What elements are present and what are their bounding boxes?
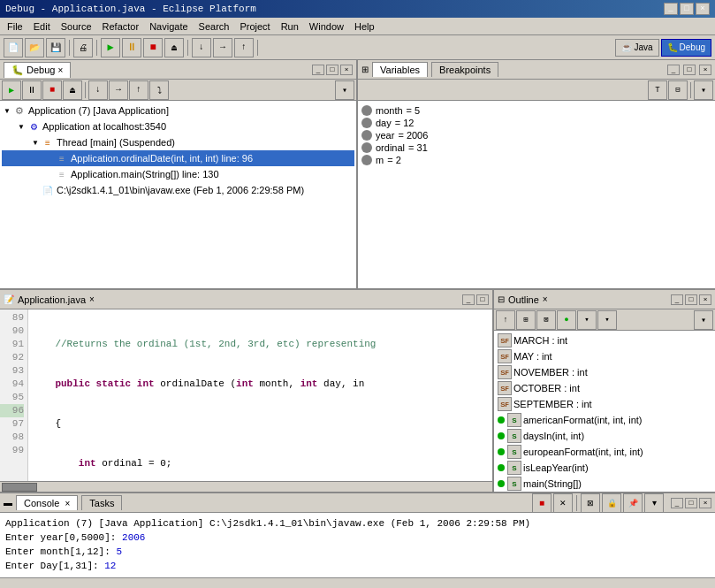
menu-file[interactable]: File <box>2 19 28 34</box>
code-tab-close[interactable]: × <box>89 294 95 304</box>
outline-item-isleapyear[interactable]: S isLeapYear(int) <box>496 460 713 476</box>
remove-console-btn[interactable]: ✕ <box>553 493 573 513</box>
outline-btn6[interactable]: ▾ <box>597 310 617 330</box>
console-tab[interactable]: Console × <box>16 495 78 510</box>
clear-console-btn[interactable]: ⊠ <box>581 493 600 513</box>
outline-item-november[interactable]: SF NOVEMBER : int <box>496 364 713 380</box>
debug-panel-close[interactable]: × <box>340 65 353 75</box>
tree-item-thread[interactable]: ▼ ≡ Thread [main] (Suspended) <box>2 134 354 150</box>
outline-item-europeanformat[interactable]: S europeanFormat(int, int, int) <box>496 444 713 460</box>
debug-panel-minimize[interactable]: _ <box>312 65 324 75</box>
outline-panel-close[interactable]: × <box>699 294 711 305</box>
console-panel-minimize[interactable]: _ <box>671 498 683 508</box>
disconnect-button[interactable]: ⏏ <box>164 38 184 57</box>
menu-window[interactable]: Window <box>304 19 349 34</box>
show-types-btn[interactable]: T <box>648 80 667 100</box>
outline-item-march[interactable]: SF MARCH : int <box>496 332 713 348</box>
menu-search[interactable]: Search <box>194 19 235 34</box>
code-panel-maximize[interactable]: □ <box>476 294 489 305</box>
resume-debug-btn[interactable]: ▶ <box>2 80 21 100</box>
suspend-button[interactable]: ⏸ <box>122 38 141 57</box>
outline-item-main[interactable]: S main(String[]) <box>496 476 713 492</box>
console-menu-btn[interactable]: ▾ <box>644 493 664 513</box>
stepinto-debug-btn[interactable]: ↓ <box>88 80 108 100</box>
outline-tab-close[interactable]: × <box>543 294 548 304</box>
disconnect-debug-btn[interactable]: ⏏ <box>63 80 82 100</box>
outline-item-americanformat[interactable]: S americanFormat(int, int, int) <box>496 412 713 428</box>
resume-button[interactable]: ▶ <box>101 38 120 57</box>
terminate-console-btn[interactable]: ■ <box>532 493 551 513</box>
open-button[interactable]: 📂 <box>25 38 44 57</box>
tree-arrow-localhost[interactable]: ▼ <box>16 121 27 132</box>
collapse-all-btn[interactable]: ⊟ <box>668 80 688 100</box>
menu-source[interactable]: Source <box>56 19 97 34</box>
menu-refactor[interactable]: Refactor <box>97 19 145 34</box>
console-output[interactable]: Application (7) [Java Application] C:\j2… <box>0 513 715 577</box>
outline-btn3[interactable]: ⊠ <box>536 310 556 330</box>
debug-tab-close[interactable]: × <box>57 65 63 75</box>
close-button[interactable]: × <box>696 3 710 15</box>
scroll-lock-btn[interactable]: 🔒 <box>602 493 621 513</box>
var-month[interactable]: month = 5 <box>361 104 711 117</box>
console-scrollbar-h[interactable] <box>0 577 715 588</box>
tree-item-app7[interactable]: ▼ ⚙ Application (7) [Java Application] <box>2 103 354 118</box>
tree-item-localhost[interactable]: ▼ ⚙ Application at localhost:3540 <box>2 118 354 134</box>
code-editor[interactable]: //Returns the ordinal (1st, 2nd, 3rd, et… <box>28 309 492 481</box>
console-panel-close[interactable]: × <box>699 498 711 508</box>
terminate-button[interactable]: ■ <box>143 38 163 57</box>
tree-arrow-app7[interactable]: ▼ <box>2 105 12 116</box>
outline-panel-maximize[interactable]: □ <box>685 294 697 305</box>
stepover-button[interactable]: → <box>213 38 232 57</box>
debug-panel-maximize[interactable]: □ <box>326 65 338 75</box>
view-menu-debug-btn[interactable]: ▾ <box>335 80 354 100</box>
menu-edit[interactable]: Edit <box>28 19 56 34</box>
var-menu-btn[interactable]: ▾ <box>694 80 713 100</box>
code-panel-minimize[interactable]: _ <box>462 294 475 305</box>
outline-btn5[interactable]: ▾ <box>577 310 597 330</box>
terminate-debug-btn[interactable]: ■ <box>42 80 62 100</box>
menu-run[interactable]: Run <box>276 19 304 34</box>
stepover-debug-btn[interactable]: → <box>109 80 128 100</box>
tasks-tab[interactable]: Tasks <box>81 495 122 510</box>
runtoline-debug-btn[interactable]: ⤵ <box>149 80 169 100</box>
outline-item-october[interactable]: SF OCTOBER : int <box>496 380 713 396</box>
suspend-debug-btn[interactable]: ⏸ <box>22 80 42 100</box>
outline-panel-minimize[interactable]: _ <box>671 294 683 305</box>
tree-arrow-thread[interactable]: ▼ <box>30 137 41 148</box>
outline-btn4[interactable]: ● <box>557 310 576 330</box>
maximize-button[interactable]: □ <box>680 3 694 15</box>
menu-navigate[interactable]: Navigate <box>144 19 193 34</box>
variables-tab[interactable]: Variables <box>372 62 428 77</box>
tree-item-javaw[interactable]: ▶ 📄 C:\j2sdk1.4.1_01\bin\javaw.exe (Feb … <box>2 182 354 198</box>
outline-item-daysin[interactable]: S daysIn(int, int) <box>496 428 713 444</box>
tree-item-main[interactable]: ▶ ≡ Application.main(String[]) line: 130 <box>2 166 354 182</box>
variables-panel-close[interactable]: × <box>699 65 711 75</box>
stepout-debug-btn[interactable]: ↑ <box>129 80 148 100</box>
java-perspective-button[interactable]: ☕ Java <box>615 39 658 57</box>
debug-perspective-button[interactable]: 🐛 Debug <box>661 39 711 57</box>
var-day[interactable]: day = 12 <box>361 117 711 129</box>
minimize-button[interactable]: _ <box>664 3 678 15</box>
code-scrollbar-h[interactable] <box>0 481 492 492</box>
console-panel-maximize[interactable]: □ <box>685 498 697 508</box>
stepinto-button[interactable]: ↓ <box>192 38 211 57</box>
var-m[interactable]: m = 2 <box>361 154 711 166</box>
console-pin-btn[interactable]: 📌 <box>623 493 643 513</box>
menu-help[interactable]: Help <box>349 19 380 34</box>
save-button[interactable]: 💾 <box>46 38 65 57</box>
console-tab-close[interactable]: × <box>65 499 70 508</box>
scroll-thumb-h[interactable] <box>2 483 37 492</box>
variables-panel-minimize[interactable]: _ <box>667 65 680 75</box>
var-year[interactable]: year = 2006 <box>361 129 711 141</box>
var-ordinal[interactable]: ordinal = 31 <box>361 141 711 154</box>
menu-project[interactable]: Project <box>234 19 275 34</box>
debug-tab[interactable]: 🐛 Debug × <box>4 62 71 78</box>
outline-menu-btn[interactable]: ▾ <box>694 310 713 330</box>
variables-panel-maximize[interactable]: □ <box>683 65 696 75</box>
stepout-button[interactable]: ↑ <box>234 38 254 57</box>
tree-item-ordinaldate[interactable]: ▶ ≡ Application.ordinalDate(int, int, in… <box>2 150 354 166</box>
outline-item-may[interactable]: SF MAY : int <box>496 348 713 364</box>
breakpoints-tab[interactable]: Breakpoints <box>431 62 498 77</box>
outline-btn1[interactable]: ↑ <box>496 310 515 330</box>
outline-item-september[interactable]: SF SEPTEMBER : int <box>496 396 713 412</box>
